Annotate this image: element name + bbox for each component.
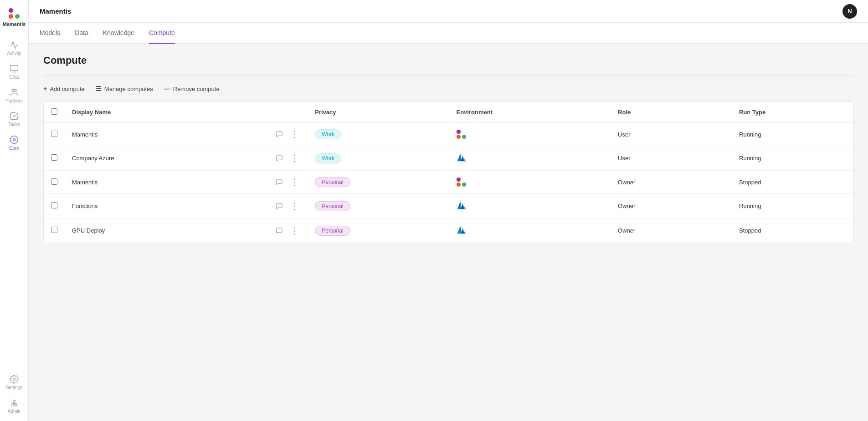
row-actions: ⋮	[274, 226, 300, 236]
row-role: User	[611, 146, 732, 171]
env-dot-purple	[457, 130, 461, 134]
row-environment	[449, 194, 611, 218]
row-more-button[interactable]: ⋮	[288, 201, 300, 211]
remove-compute-button[interactable]: — Remove compute	[164, 83, 220, 94]
svg-point-4	[14, 89, 16, 91]
row-checkbox[interactable]	[51, 154, 57, 161]
topbar: Mamentis N	[29, 0, 868, 23]
logo-dot-green	[15, 14, 20, 19]
user-avatar[interactable]: N	[842, 4, 857, 19]
svg-rect-0	[10, 66, 18, 71]
toolbar: + Add compute ☰ Manage computes — Remove…	[43, 83, 853, 94]
env-dot-purple	[457, 178, 461, 182]
header-run-type: Run Type	[732, 102, 853, 123]
row-chat-button[interactable]	[274, 178, 285, 187]
row-run-type: Running	[732, 146, 853, 171]
azure-icon	[457, 200, 467, 210]
topbar-left: Mamentis	[40, 7, 71, 15]
row-checkbox[interactable]	[51, 227, 57, 233]
row-privacy: Personal	[308, 218, 449, 243]
env-mamentis-icon	[457, 130, 604, 139]
row-chat-button[interactable]	[274, 226, 285, 235]
row-actions-cell: ⋮	[267, 194, 308, 218]
tab-knowledge[interactable]: Knowledge	[103, 23, 134, 44]
row-chat-button[interactable]	[274, 130, 285, 139]
admin-icon	[10, 398, 19, 407]
add-compute-label: Add compute	[50, 86, 85, 92]
sidebar-item-partners[interactable]: Partners	[0, 83, 28, 106]
topbar-right: N	[842, 4, 857, 19]
privacy-badge: Personal	[315, 177, 350, 187]
chat-row-icon	[276, 227, 283, 234]
row-privacy: Work	[308, 146, 449, 171]
header-role: Role	[611, 102, 732, 123]
row-more-button[interactable]: ⋮	[288, 153, 300, 163]
chat-row-icon	[276, 131, 283, 138]
tab-data[interactable]: Data	[75, 23, 88, 44]
divider	[43, 76, 853, 76]
remove-icon: —	[164, 85, 170, 92]
row-actions-cell: ⋮	[267, 146, 308, 171]
partners-label: Partners	[5, 98, 23, 103]
chat-row-icon	[276, 178, 283, 186]
add-compute-button[interactable]: + Add compute	[43, 83, 85, 94]
row-privacy: Personal	[308, 171, 449, 194]
settings-icon	[10, 375, 19, 384]
privacy-badge: Personal	[315, 226, 350, 236]
row-checkbox-cell	[44, 123, 65, 146]
logo-dots	[9, 8, 20, 19]
app-name: Mamentis	[3, 21, 26, 27]
select-all-checkbox[interactable]	[51, 108, 57, 115]
svg-marker-15	[457, 226, 461, 234]
content-area: Models Data Knowledge Compute Compute + …	[29, 23, 868, 421]
tasks-icon	[10, 112, 19, 121]
row-checkbox-cell	[44, 218, 65, 243]
tab-models[interactable]: Models	[40, 23, 60, 44]
azure-icon	[457, 225, 467, 235]
row-display-name: GPU Deploy	[65, 218, 267, 243]
chat-icon	[10, 64, 19, 73]
row-chat-button[interactable]	[274, 154, 285, 163]
row-chat-button[interactable]	[274, 202, 285, 211]
row-actions: ⋮	[274, 153, 300, 163]
env-dot-orange	[457, 183, 461, 187]
privacy-badge: Work	[315, 129, 341, 139]
sidebar-item-activity[interactable]: Activity	[0, 36, 28, 59]
env-dot-green	[462, 135, 466, 139]
row-more-button[interactable]: ⋮	[288, 226, 300, 236]
sidebar-item-settings[interactable]: Settings	[0, 370, 28, 393]
more-icon: ⋮	[290, 154, 298, 162]
manage-icon: ☰	[96, 85, 102, 92]
admin-label: Admin	[8, 409, 21, 414]
env-dot-orange	[457, 135, 461, 139]
sidebar-item-tasks[interactable]: Tasks	[0, 107, 28, 130]
svg-point-5	[10, 136, 18, 144]
chat-row-icon	[276, 203, 283, 210]
activity-icon	[10, 41, 19, 50]
row-more-button[interactable]: ⋮	[288, 129, 300, 139]
env-mamentis-icon	[457, 178, 604, 187]
row-role: Owner	[611, 194, 732, 218]
row-environment	[449, 146, 611, 171]
logo-dot-orange	[9, 14, 13, 19]
table-row: Functions⋮Personal OwnerRunning	[44, 194, 853, 218]
row-checkbox[interactable]	[51, 202, 57, 208]
row-checkbox-cell	[44, 171, 65, 194]
manage-computes-label: Manage computes	[104, 86, 153, 92]
topbar-app-name: Mamentis	[40, 7, 71, 15]
add-icon: +	[43, 85, 47, 92]
row-checkbox[interactable]	[51, 131, 57, 137]
manage-computes-button[interactable]: ☰ Manage computes	[96, 83, 153, 94]
table-row: GPU Deploy⋮Personal OwnerStopped	[44, 218, 853, 243]
sidebar-item-core[interactable]: Core	[0, 131, 28, 153]
row-more-button[interactable]: ⋮	[288, 177, 300, 187]
row-role: User	[611, 123, 732, 146]
azure-icon	[457, 152, 467, 162]
sidebar-item-admin[interactable]: Admin	[0, 394, 28, 416]
tab-compute[interactable]: Compute	[149, 23, 175, 44]
sidebar-item-chat[interactable]: Chat	[0, 60, 28, 82]
app-logo: Mamentis	[0, 5, 28, 30]
row-display-name: Mamentis	[65, 123, 267, 146]
row-checkbox[interactable]	[51, 178, 57, 185]
core-icon	[10, 135, 19, 144]
